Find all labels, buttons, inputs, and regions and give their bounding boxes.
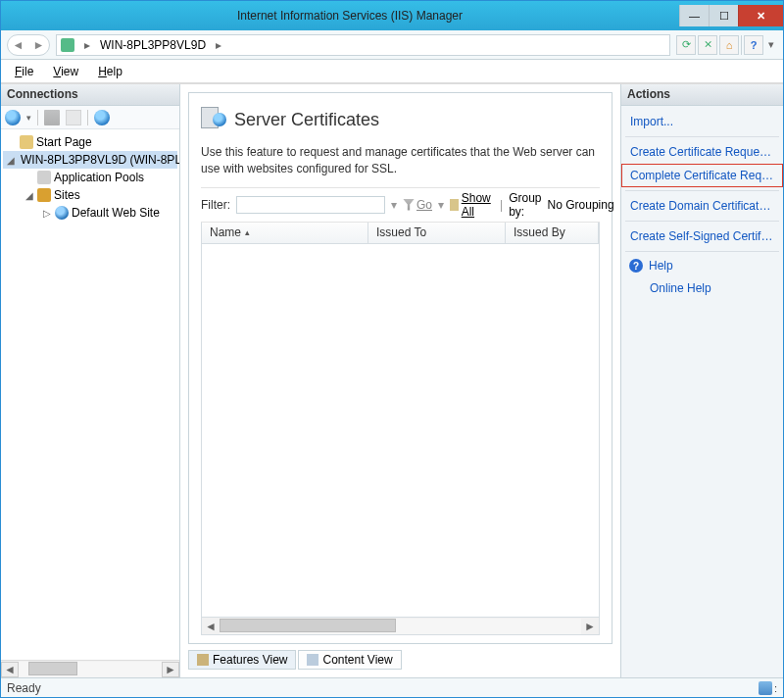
grid-scroll-left-icon[interactable]: ◄ (202, 620, 220, 633)
address-bar: ◄ ► ▸ WIN-8PL3PP8VL9D ▸ ⟳ ⨯ ⌂ ? ▾ (1, 30, 783, 60)
site-icon (55, 206, 69, 220)
certificate-icon (201, 105, 226, 134)
features-view-icon (197, 654, 209, 666)
feature-description: Use this feature to request and manage c… (201, 144, 600, 177)
title-bar: Internet Information Services (IIS) Mana… (1, 1, 783, 30)
group-by-select[interactable]: No Grouping (548, 198, 626, 212)
col-name[interactable]: Name▴ (202, 223, 368, 243)
help-icon[interactable]: ? (744, 35, 763, 55)
grid-scroll-right-icon[interactable]: ► (581, 620, 599, 633)
filter-toolbar: Filter: ▾ Go ▾ Show All | Group by: No G… (201, 187, 600, 223)
iis-manager-window: Internet Information Services (IIS) Mana… (0, 0, 784, 698)
funnel-icon (403, 199, 415, 211)
menu-view[interactable]: View (45, 63, 86, 80)
feature-title: Server Certificates (234, 110, 379, 130)
minimize-button[interactable]: — (679, 5, 709, 26)
sites-icon (37, 188, 51, 202)
action-create-domain[interactable]: Create Domain Certificate... (621, 194, 783, 218)
actions-title: Actions (621, 84, 783, 106)
address-tools: ⟳ ⨯ ⌂ ? ▾ (676, 35, 777, 55)
scroll-thumb[interactable] (28, 662, 77, 675)
sort-caret-icon: ▴ (245, 227, 250, 237)
grid-h-scroll[interactable]: ◄ ► (201, 618, 600, 635)
view-tabs: Features View Content View (188, 650, 612, 670)
menu-file[interactable]: File (7, 63, 41, 80)
scroll-right-icon[interactable]: ► (162, 662, 179, 677)
main-body: Connections ▾ Start Page ◢WIN-8PL3PP8VL9… (1, 83, 783, 677)
scroll-left-icon[interactable]: ◄ (1, 662, 19, 677)
app-pools-icon (37, 171, 51, 184)
tree-h-scroll[interactable]: ◄ ► (1, 660, 179, 677)
tree-sites[interactable]: ◢Sites (3, 186, 177, 204)
go-button[interactable]: Go (403, 198, 432, 212)
grid-header: Name▴ Issued To Issued By (201, 223, 600, 244)
chevron-right-icon: ▸ (80, 38, 94, 52)
breadcrumb-server: WIN-8PL3PP8VL9D (100, 38, 206, 52)
window-title: Internet Information Services (IIS) Mana… (21, 9, 679, 23)
feature-card: Server Certificates Use this feature to … (188, 92, 612, 644)
breadcrumb-field[interactable]: ▸ WIN-8PL3PP8VL9D ▸ (56, 34, 670, 56)
connections-title: Connections (1, 84, 179, 106)
col-issued-by[interactable]: Issued By (506, 223, 599, 243)
action-create-self-signed[interactable]: Create Self-Signed Certificate... (621, 224, 783, 248)
connections-tree: Start Page ◢WIN-8PL3PP8VL9D (WIN-8PL App… (1, 129, 179, 660)
tab-content-view[interactable]: Content View (298, 650, 401, 670)
actions-panel: Actions Import... Create Certificate Req… (620, 84, 783, 677)
menu-help[interactable]: Help (90, 63, 130, 80)
home-icon[interactable]: ⌂ (719, 35, 739, 55)
status-config-icon[interactable] (759, 681, 772, 695)
status-text: Ready (7, 681, 41, 695)
col-issued-to[interactable]: Issued To (368, 223, 506, 243)
tree-app-pools[interactable]: Application Pools (3, 169, 177, 186)
stop-icon[interactable]: ⨯ (698, 35, 717, 55)
help-dropdown-icon[interactable]: ▾ (765, 35, 777, 55)
show-all-icon (450, 199, 459, 211)
forward-button[interactable]: ► (28, 35, 49, 55)
status-bar: Ready : (1, 677, 783, 697)
refresh-icon[interactable]: ⟳ (676, 35, 696, 55)
connections-toolbar: ▾ (1, 106, 179, 129)
chevron-right-icon: ▸ (212, 38, 225, 52)
action-online-help[interactable]: Online Help (621, 276, 783, 300)
group-by-label: Group by: (509, 191, 541, 219)
save-icon[interactable] (44, 110, 60, 125)
doc-icon[interactable] (66, 110, 81, 125)
grid-scroll-thumb[interactable] (220, 619, 396, 632)
filter-label: Filter: (201, 198, 230, 212)
connect-icon[interactable] (5, 110, 21, 125)
filter-input[interactable] (236, 196, 385, 214)
help-circle-icon: ? (629, 259, 643, 273)
grid-body[interactable] (201, 244, 600, 618)
connections-panel: Connections ▾ Start Page ◢WIN-8PL3PP8VL9… (1, 84, 180, 677)
tree-start-page[interactable]: Start Page (3, 133, 177, 151)
tree-server-node[interactable]: ◢WIN-8PL3PP8VL9D (WIN-8PL (3, 151, 177, 169)
tree-default-site[interactable]: ▷Default Web Site (3, 204, 177, 222)
nav-arrows: ◄ ► (7, 34, 50, 56)
center-panel: Server Certificates Use this feature to … (180, 84, 620, 677)
back-button[interactable]: ◄ (8, 35, 28, 55)
connect-dropdown-icon[interactable]: ▾ (26, 113, 31, 123)
show-all-button[interactable]: Show All (450, 191, 494, 219)
close-button[interactable]: ✕ (738, 5, 783, 26)
action-import[interactable]: Import... (621, 110, 783, 133)
action-complete-request[interactable]: Complete Certificate Request... (621, 164, 783, 187)
refresh-tree-icon[interactable] (94, 110, 110, 125)
maximize-button[interactable]: ☐ (709, 5, 738, 26)
server-icon (61, 38, 74, 52)
action-create-request[interactable]: Create Certificate Request... (621, 140, 783, 164)
feature-header: Server Certificates (201, 101, 600, 144)
content-view-icon (307, 654, 318, 666)
window-controls: — ☐ ✕ (679, 5, 783, 26)
menu-bar: File View Help (1, 60, 783, 83)
start-page-icon (20, 135, 33, 149)
tab-features-view[interactable]: Features View (188, 650, 296, 670)
action-help[interactable]: ?Help (621, 255, 783, 276)
